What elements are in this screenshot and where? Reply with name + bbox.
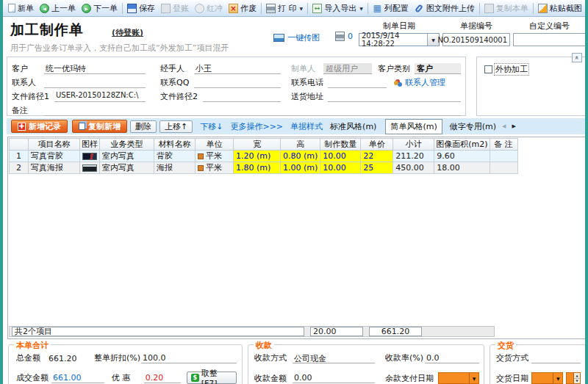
preferential-field[interactable]: 0.20 bbox=[144, 373, 181, 383]
send-image-link[interactable]: 一键传图 bbox=[273, 32, 320, 43]
tab-simple-style[interactable]: 简单风格(m) bbox=[385, 119, 442, 134]
delivery-date-combobox[interactable]: ▼ bbox=[531, 372, 563, 384]
price-cell[interactable]: 22 bbox=[361, 151, 393, 162]
outsource-checkbox-row[interactable]: 外协加工 bbox=[484, 64, 528, 75]
next-order-button[interactable]: ▶下一单 bbox=[79, 2, 121, 15]
file-path2-field[interactable] bbox=[203, 91, 281, 102]
height-cell[interactable]: 0.80 (m) bbox=[281, 151, 320, 162]
toolbar-separator bbox=[368, 3, 368, 14]
printer-icon[interactable] bbox=[335, 32, 345, 41]
more-actions-link[interactable]: 更多操作>>> bbox=[230, 121, 283, 132]
height-cell[interactable]: 1.00 (m) bbox=[281, 162, 320, 174]
file-path1-field[interactable]: USER-20150128ZN:C:\ bbox=[54, 91, 146, 102]
save-button[interactable]: 保存 bbox=[124, 2, 158, 15]
custom-no-field[interactable] bbox=[513, 33, 586, 46]
item-name-cell[interactable]: 写真海报 bbox=[29, 162, 80, 174]
balance-date-combobox[interactable]: ▼ bbox=[438, 372, 479, 384]
column-grid-icon: ▦ bbox=[373, 4, 382, 13]
remark-field[interactable] bbox=[44, 105, 461, 116]
tab-sign-making[interactable]: 做字专用(m) bbox=[450, 121, 496, 132]
order-date-combobox[interactable]: 2015/9/14 14:28:22 ▼ bbox=[359, 33, 440, 46]
tab-scroll-right-button[interactable]: ▶ bbox=[512, 123, 515, 129]
width-cell[interactable]: 1.20 (m) bbox=[234, 151, 281, 162]
balance-date-dropdown-button[interactable]: ▼ bbox=[469, 373, 478, 383]
width-cell[interactable]: 1.80 (m) bbox=[234, 162, 281, 174]
new-order-button[interactable]: 新单 bbox=[5, 2, 37, 15]
grid-action-bar: ✚新增记录 复制新增 删除 上移↑ 下移↓ 更多操作>>> 单据样式 标准风格(… bbox=[7, 118, 587, 134]
import-export-button[interactable]: ↔导入导出▼ bbox=[309, 2, 366, 15]
unit-cell[interactable]: 平米 bbox=[196, 162, 234, 174]
biz-type-cell[interactable]: 室内写真 bbox=[100, 162, 154, 174]
status-pending-link[interactable]: (待登账) bbox=[112, 27, 143, 38]
contact-manager-link[interactable]: 联系人管理 bbox=[394, 77, 445, 88]
item-image-cell[interactable] bbox=[80, 162, 100, 174]
prev-order-button[interactable]: ◀上一单 bbox=[37, 2, 79, 15]
delivery-method-field[interactable] bbox=[531, 353, 581, 363]
collapse-panel-button[interactable]: « bbox=[572, 53, 582, 62]
toolbar-separator bbox=[587, 3, 587, 14]
toolbar-separator bbox=[479, 3, 480, 14]
deal-amount-field[interactable]: 661.00 bbox=[51, 373, 104, 383]
col-item-name: 项目名称 bbox=[29, 139, 80, 151]
delivery-date-dropdown-button[interactable]: ▼ bbox=[553, 373, 562, 383]
qty-total-box: 20.00 bbox=[310, 327, 363, 336]
move-down-link[interactable]: 下移↓ bbox=[200, 121, 223, 132]
category-field[interactable]: 客户 bbox=[415, 63, 461, 74]
delivery-address-field[interactable] bbox=[328, 91, 461, 102]
phone-field[interactable] bbox=[328, 77, 387, 88]
payment-amount-field[interactable]: 0.00 bbox=[293, 373, 375, 383]
tab-standard-style[interactable]: 标准风格(m) bbox=[330, 121, 376, 132]
contact-label: 联系人 bbox=[12, 77, 44, 88]
doc-style-link[interactable]: 单据样式 bbox=[290, 121, 323, 132]
biz-type-cell[interactable]: 室内写真 bbox=[100, 151, 154, 162]
customer-field[interactable]: 统一优玛特 bbox=[44, 63, 146, 74]
payment-method-label: 收款方式 bbox=[254, 352, 293, 363]
contact-field[interactable] bbox=[44, 77, 146, 88]
handler-field[interactable]: 小王 bbox=[194, 63, 281, 74]
material-cell[interactable]: 海报 bbox=[154, 162, 196, 174]
qq-field[interactable] bbox=[194, 77, 281, 88]
qty-cell[interactable]: 10.00 bbox=[320, 162, 361, 174]
void-button[interactable]: ×作废 bbox=[226, 2, 259, 15]
payment-method-field[interactable]: 公司现金 bbox=[293, 353, 375, 363]
maker-field: 超级用户 bbox=[323, 63, 372, 74]
delivery-time-spinner[interactable]: ▲ ▼ bbox=[566, 372, 581, 384]
order-date-group: 制单日期 2015/9/14 14:28:22 ▼ bbox=[359, 21, 440, 46]
file-path2-label: 文件路径2 bbox=[160, 91, 203, 102]
copy-add-button[interactable]: 复制新增 bbox=[72, 120, 127, 133]
area-cell: 18.00 bbox=[434, 162, 490, 174]
col-width: 宽 bbox=[234, 139, 281, 151]
note-cell[interactable] bbox=[490, 162, 517, 174]
round-off-button[interactable]: $ 取整[F7] bbox=[187, 372, 237, 384]
move-up-button[interactable]: 上移↑ bbox=[159, 120, 193, 133]
delete-row-button[interactable]: 删除 bbox=[130, 120, 157, 133]
payment-rate-field[interactable]: 0.0 bbox=[425, 353, 479, 363]
qty-cell[interactable]: 10.00 bbox=[320, 151, 361, 162]
table-row: 2 写真海报 室内写真 海报 平米 1.80 (m) 1.00 (m) 10.0… bbox=[10, 162, 518, 174]
spinner-down-button[interactable]: ▼ bbox=[574, 379, 580, 384]
note-cell[interactable] bbox=[490, 151, 517, 162]
maker-label: 制单人 bbox=[291, 63, 323, 74]
row-number-cell: 2 bbox=[10, 162, 29, 174]
item-name-cell[interactable]: 写真背胶 bbox=[29, 151, 80, 162]
item-image-cell[interactable] bbox=[80, 151, 100, 162]
attachment-upload-button[interactable]: 图文附件上传 bbox=[412, 2, 478, 15]
paste-screenshot-button[interactable]: 粘贴截图 bbox=[535, 2, 585, 15]
unit-cell[interactable]: 平米 bbox=[196, 151, 234, 162]
spinner-up-button[interactable]: ▲ bbox=[574, 373, 580, 379]
order-total-group-title: 本单合计 bbox=[14, 340, 51, 351]
image-icon bbox=[273, 34, 284, 42]
outsource-checkbox[interactable] bbox=[484, 65, 492, 73]
doc-no-field[interactable]: NO.201509140001 bbox=[442, 33, 510, 46]
dropdown-arrow-icon: ▼ bbox=[359, 6, 363, 11]
column-config-button[interactable]: ▦列配置 bbox=[370, 2, 412, 15]
col-note: 备 注 bbox=[490, 139, 517, 151]
discount-field[interactable]: 100.0 bbox=[141, 353, 237, 363]
paperclip-icon bbox=[415, 4, 424, 13]
tab-scroll-left-button[interactable]: ◀ bbox=[502, 123, 506, 129]
material-cell[interactable]: 背胶 bbox=[154, 151, 196, 162]
price-cell[interactable]: 25 bbox=[361, 162, 393, 174]
print-button[interactable]: 打 印▼ bbox=[263, 2, 306, 15]
add-record-button[interactable]: ✚新增记录 bbox=[11, 120, 68, 133]
subtotal-cell: 450.00 bbox=[393, 162, 434, 174]
